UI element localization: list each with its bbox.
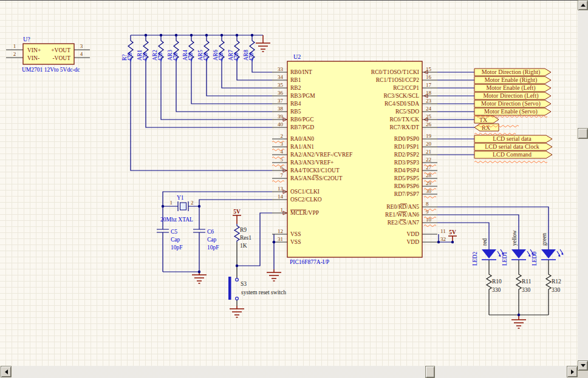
pin-name: VDD	[406, 231, 419, 237]
up-arrow-icon	[581, 1, 586, 7]
motor-ports[interactable]: Motor Direction (Right) Motor Enable (Ri…	[474, 69, 551, 115]
pin-name: RC6/TX/CK	[389, 116, 419, 123]
net-label: green	[541, 233, 547, 246]
vertical-scroll-thumb[interactable]	[578, 128, 588, 139]
pin-name: RE0/RD/AN5	[386, 204, 419, 210]
pin-number: 31	[278, 236, 283, 242]
right-arrow-icon	[571, 370, 576, 374]
port-label: Motor Enable (Right)	[485, 76, 538, 84]
resistor-value: 470	[248, 53, 255, 62]
pin-name: RA4/T0CKI/C1OUT	[290, 167, 340, 174]
port-label: Motor Enable (Left)	[486, 84, 535, 92]
pin-name: RD4/PSP4	[394, 167, 419, 174]
resistor-value: 1K	[240, 243, 247, 249]
horizontal-scrollbar[interactable]	[0, 366, 578, 378]
cap-value: 10pF	[171, 245, 183, 251]
resistor-value: 470	[127, 53, 133, 62]
pin-name: RA2/AN2/VREF-/CVREF	[290, 152, 352, 158]
vertical-scrollbar[interactable]	[578, 0, 588, 371]
port-label: Motor Direction (Right)	[482, 69, 541, 76]
crystal-circuit[interactable]: Y1 1 2 20Mhz XTAL C5 Cap 10pF C6 Cap 10p…	[157, 195, 219, 251]
led-circuit[interactable]: LED2 LED1 LED0 red yellow green R10 330 …	[472, 230, 564, 293]
led-yellow[interactable]	[511, 249, 534, 260]
resistor-value: 330	[522, 287, 531, 293]
resistor-value: 470	[188, 53, 194, 62]
pin-name: RA1/AN1	[290, 144, 314, 150]
scroll-left-button[interactable]	[1, 366, 12, 377]
port-label: Motor Direction (Left)	[483, 92, 538, 100]
power-5v-label: 5V	[233, 209, 241, 215]
serial-ports[interactable]: TX RX	[474, 116, 499, 131]
scroll-right-button[interactable]	[567, 366, 578, 377]
resistor-ref: R11	[522, 278, 532, 285]
regulator-um2701[interactable]: U? 1 2 3 4 VIN+ VIN- +VOUT -VOUT UM2701 …	[6, 36, 90, 73]
mcu-pic16f877a[interactable]: U2 PIC16F877A-I/P 33 34 35 36 37 38 39 4…	[272, 53, 446, 265]
scroll-down-button[interactable]	[578, 360, 588, 371]
resistor-ref: R12	[552, 278, 561, 285]
pin-name: RB4	[290, 101, 301, 107]
pin-number: 3	[80, 43, 83, 49]
power-5v-label: 5V	[449, 229, 456, 235]
horizontal-scroll-thumb[interactable]	[425, 366, 435, 378]
pin-number: 26	[426, 121, 432, 127]
led-designator: LED2	[472, 252, 478, 266]
pin-name: RD3/PSP3	[394, 160, 419, 166]
cap-designator: C5	[171, 229, 177, 235]
pin-name: MCLR/VPP	[290, 210, 319, 216]
crystal-body[interactable]	[180, 203, 186, 210]
resistor-value: 470	[157, 53, 163, 62]
pin-name: RA0/AN0	[290, 136, 314, 142]
pin-name: RB2	[290, 85, 301, 91]
led-red[interactable]	[482, 249, 504, 260]
pin-name: RD2/PSP2	[394, 152, 419, 158]
pin-number: 15	[426, 66, 432, 72]
crystal-comment: 20Mhz XTAL	[160, 217, 193, 223]
pin-number: 20	[426, 141, 432, 147]
pin-number: 4	[80, 51, 83, 57]
scrollbar-corner	[578, 371, 588, 378]
switch-actuator[interactable]	[228, 277, 231, 300]
pin-name: +VOUT	[51, 47, 70, 53]
pin-number: 1	[281, 207, 284, 213]
switch-designator: S3	[241, 281, 247, 287]
pin-name: RA5/AN4/SS/C2OUT	[290, 175, 343, 181]
pin-number: 16	[426, 74, 432, 80]
pin-name: RE1/WR/AN6	[385, 212, 419, 218]
pin-name: VIN+	[27, 47, 41, 53]
pin-number: 13	[278, 186, 284, 192]
lcd-ports[interactable]: LCD serial data LCD serial data Clock LC…	[474, 135, 552, 158]
pin-number: 12	[278, 228, 283, 234]
pin-number: 37	[278, 98, 284, 104]
pin-name: RD0/PSP0	[394, 136, 419, 142]
pin-number: 36	[278, 90, 284, 96]
pin-number: 34	[278, 74, 284, 80]
schematic-canvas[interactable]: 5V 5V U? 1 2 3 4 VIN+ VIN- +VOUT -VOUT U…	[0, 0, 578, 366]
pin-number: 11	[440, 228, 446, 234]
scroll-up-button[interactable]	[578, 0, 588, 10]
pin-name: VIN-	[27, 55, 39, 61]
pin-name: RD7/PSP7	[394, 191, 419, 197]
pin-name: RC7/RX/DT	[389, 124, 419, 130]
resistor-value: 470	[203, 53, 209, 62]
pin-number: 2	[191, 200, 194, 206]
pin-name: RC4/SDI/SDA	[385, 101, 419, 107]
led-green[interactable]	[541, 249, 564, 260]
pin-number: 17	[426, 82, 432, 88]
led-designator: LED0	[532, 252, 538, 266]
pin-number: 8	[426, 201, 429, 207]
resistor-value: 330	[492, 287, 501, 293]
pin-name: RC5/SDO	[395, 109, 419, 115]
port-label: Motor Enable (Servo)	[484, 108, 538, 115]
crystal-designator: Y1	[177, 195, 184, 201]
left-arrow-icon	[2, 370, 8, 374]
resistor-value: 470	[173, 53, 179, 62]
pin-number: 39	[278, 113, 284, 120]
pin-number: 2	[13, 51, 16, 57]
down-arrow-icon	[581, 364, 586, 370]
led-designator: LED1	[502, 252, 508, 266]
pin-name: OSC2/CLKO	[290, 197, 322, 203]
pin-name: RB5	[290, 109, 301, 115]
pullup-resistor-array[interactable]: R? 470 AR1 470 AR2 470 AR3 470 AR4 470 A…	[121, 38, 255, 61]
pin-number: 7	[281, 172, 284, 178]
pin-number: 32	[440, 236, 446, 242]
